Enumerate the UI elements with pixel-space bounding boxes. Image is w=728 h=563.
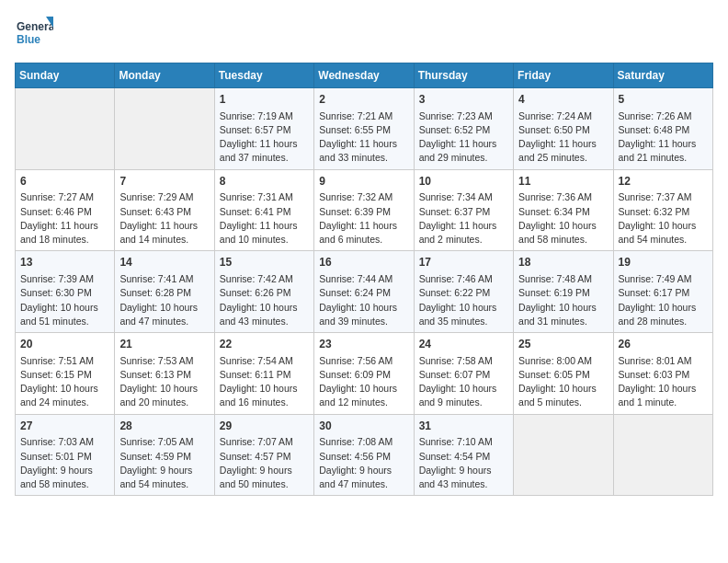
day-number: 7	[119, 174, 209, 190]
calendar-day-header: Sunday	[16, 63, 115, 88]
day-number: 31	[419, 419, 508, 434]
day-number: 10	[419, 174, 508, 190]
day-number: 20	[20, 337, 109, 352]
calendar-cell: 8Sunrise: 7:31 AM Sunset: 6:41 PM Daylig…	[214, 169, 313, 251]
day-info: Sunrise: 8:00 AM Sunset: 6:05 PM Dayligh…	[518, 354, 608, 410]
day-info: Sunrise: 7:19 AM Sunset: 6:57 PM Dayligh…	[220, 109, 309, 166]
day-number: 19	[619, 255, 708, 270]
calendar-day-header: Wednesday	[314, 63, 414, 88]
calendar-cell: 17Sunrise: 7:46 AM Sunset: 6:22 PM Dayli…	[414, 251, 513, 333]
day-info: Sunrise: 7:24 AM Sunset: 6:50 PM Dayligh…	[518, 109, 608, 166]
day-info: Sunrise: 7:05 AM Sunset: 4:59 PM Dayligh…	[119, 435, 209, 491]
day-number: 27	[20, 419, 109, 434]
day-info: Sunrise: 7:37 AM Sunset: 6:32 PM Dayligh…	[619, 190, 708, 247]
calendar-week-row: 13Sunrise: 7:39 AM Sunset: 6:30 PM Dayli…	[16, 251, 713, 333]
svg-text:Blue: Blue	[17, 33, 40, 46]
calendar-cell: 12Sunrise: 7:37 AM Sunset: 6:32 PM Dayli…	[613, 169, 712, 251]
calendar-cell: 13Sunrise: 7:39 AM Sunset: 6:30 PM Dayli…	[16, 251, 115, 333]
day-number: 13	[20, 255, 109, 270]
day-info: Sunrise: 7:41 AM Sunset: 6:28 PM Dayligh…	[119, 272, 209, 328]
day-number: 14	[119, 255, 209, 270]
day-info: Sunrise: 7:39 AM Sunset: 6:30 PM Dayligh…	[20, 272, 109, 328]
calendar-day-header: Friday	[514, 63, 613, 88]
day-info: Sunrise: 7:44 AM Sunset: 6:24 PM Dayligh…	[319, 272, 408, 328]
calendar-cell	[514, 414, 613, 496]
day-number: 12	[619, 174, 708, 190]
day-number: 30	[319, 419, 408, 434]
calendar-cell: 18Sunrise: 7:48 AM Sunset: 6:19 PM Dayli…	[514, 251, 613, 333]
day-number: 8	[220, 174, 309, 190]
day-info: Sunrise: 7:46 AM Sunset: 6:22 PM Dayligh…	[419, 272, 508, 328]
calendar-cell: 30Sunrise: 7:08 AM Sunset: 4:56 PM Dayli…	[314, 414, 414, 496]
calendar-week-row: 27Sunrise: 7:03 AM Sunset: 5:01 PM Dayli…	[16, 414, 713, 496]
svg-text:General: General	[17, 20, 53, 33]
calendar-cell: 15Sunrise: 7:42 AM Sunset: 6:26 PM Dayli…	[214, 251, 313, 333]
day-info: Sunrise: 7:23 AM Sunset: 6:52 PM Dayligh…	[419, 109, 508, 166]
day-info: Sunrise: 7:07 AM Sunset: 4:57 PM Dayligh…	[220, 435, 309, 491]
day-number: 11	[518, 174, 608, 190]
calendar-cell: 14Sunrise: 7:41 AM Sunset: 6:28 PM Dayli…	[115, 251, 214, 333]
day-info: Sunrise: 7:36 AM Sunset: 6:34 PM Dayligh…	[518, 190, 608, 247]
calendar-cell: 27Sunrise: 7:03 AM Sunset: 5:01 PM Dayli…	[16, 414, 115, 496]
calendar-day-header: Thursday	[414, 63, 513, 88]
calendar-cell: 3Sunrise: 7:23 AM Sunset: 6:52 PM Daylig…	[414, 88, 513, 170]
day-number: 18	[518, 255, 608, 270]
day-number: 23	[319, 337, 408, 352]
logo-icon: General Blue	[15, 15, 53, 53]
day-number: 17	[419, 255, 508, 270]
calendar-cell: 9Sunrise: 7:32 AM Sunset: 6:39 PM Daylig…	[314, 169, 414, 251]
day-number: 9	[319, 174, 408, 190]
calendar-cell: 4Sunrise: 7:24 AM Sunset: 6:50 PM Daylig…	[514, 88, 613, 170]
day-number: 15	[220, 255, 309, 270]
day-number: 5	[619, 92, 708, 108]
calendar-cell: 23Sunrise: 7:56 AM Sunset: 6:09 PM Dayli…	[314, 333, 414, 415]
calendar-cell: 28Sunrise: 7:05 AM Sunset: 4:59 PM Dayli…	[115, 414, 214, 496]
day-number: 29	[220, 419, 309, 434]
day-info: Sunrise: 7:03 AM Sunset: 5:01 PM Dayligh…	[20, 435, 109, 491]
calendar-cell	[16, 88, 115, 170]
calendar-day-header: Saturday	[613, 63, 712, 88]
day-info: Sunrise: 7:53 AM Sunset: 6:13 PM Dayligh…	[119, 354, 209, 410]
calendar-header-row: SundayMondayTuesdayWednesdayThursdayFrid…	[16, 63, 713, 88]
day-number: 1	[220, 92, 309, 108]
day-info: Sunrise: 7:58 AM Sunset: 6:07 PM Dayligh…	[419, 354, 508, 410]
day-number: 25	[518, 337, 608, 352]
calendar-cell: 22Sunrise: 7:54 AM Sunset: 6:11 PM Dayli…	[214, 333, 313, 415]
day-number: 3	[419, 92, 508, 108]
calendar-cell: 7Sunrise: 7:29 AM Sunset: 6:43 PM Daylig…	[115, 169, 214, 251]
calendar-cell: 19Sunrise: 7:49 AM Sunset: 6:17 PM Dayli…	[613, 251, 712, 333]
calendar-day-header: Monday	[115, 63, 214, 88]
day-number: 16	[319, 255, 408, 270]
calendar-cell: 26Sunrise: 8:01 AM Sunset: 6:03 PM Dayli…	[613, 333, 712, 415]
calendar-cell: 25Sunrise: 8:00 AM Sunset: 6:05 PM Dayli…	[514, 333, 613, 415]
calendar-cell: 11Sunrise: 7:36 AM Sunset: 6:34 PM Dayli…	[514, 169, 613, 251]
day-info: Sunrise: 8:01 AM Sunset: 6:03 PM Dayligh…	[619, 354, 708, 410]
day-number: 2	[319, 92, 408, 108]
day-info: Sunrise: 7:29 AM Sunset: 6:43 PM Dayligh…	[119, 190, 209, 247]
calendar-cell: 2Sunrise: 7:21 AM Sunset: 6:55 PM Daylig…	[314, 88, 414, 170]
calendar-cell: 10Sunrise: 7:34 AM Sunset: 6:37 PM Dayli…	[414, 169, 513, 251]
day-info: Sunrise: 7:42 AM Sunset: 6:26 PM Dayligh…	[220, 272, 309, 328]
day-number: 4	[518, 92, 608, 108]
calendar-cell	[115, 88, 214, 170]
calendar-cell: 31Sunrise: 7:10 AM Sunset: 4:54 PM Dayli…	[414, 414, 513, 496]
day-number: 24	[419, 337, 508, 352]
page-header: General Blue	[15, 15, 713, 53]
calendar-cell: 21Sunrise: 7:53 AM Sunset: 6:13 PM Dayli…	[115, 333, 214, 415]
day-info: Sunrise: 7:49 AM Sunset: 6:17 PM Dayligh…	[619, 272, 708, 328]
calendar-cell: 29Sunrise: 7:07 AM Sunset: 4:57 PM Dayli…	[214, 414, 313, 496]
day-info: Sunrise: 7:56 AM Sunset: 6:09 PM Dayligh…	[319, 354, 408, 410]
day-info: Sunrise: 7:10 AM Sunset: 4:54 PM Dayligh…	[419, 435, 508, 491]
day-info: Sunrise: 7:51 AM Sunset: 6:15 PM Dayligh…	[20, 354, 109, 410]
day-info: Sunrise: 7:54 AM Sunset: 6:11 PM Dayligh…	[220, 354, 309, 410]
day-number: 6	[20, 174, 109, 190]
calendar-cell: 5Sunrise: 7:26 AM Sunset: 6:48 PM Daylig…	[613, 88, 712, 170]
day-info: Sunrise: 7:08 AM Sunset: 4:56 PM Dayligh…	[319, 435, 408, 491]
day-number: 26	[619, 337, 708, 352]
day-info: Sunrise: 7:34 AM Sunset: 6:37 PM Dayligh…	[419, 190, 508, 247]
day-info: Sunrise: 7:27 AM Sunset: 6:46 PM Dayligh…	[20, 190, 109, 247]
calendar-cell: 20Sunrise: 7:51 AM Sunset: 6:15 PM Dayli…	[16, 333, 115, 415]
day-info: Sunrise: 7:26 AM Sunset: 6:48 PM Dayligh…	[619, 109, 708, 166]
calendar-table: SundayMondayTuesdayWednesdayThursdayFrid…	[15, 63, 713, 496]
day-number: 22	[220, 337, 309, 352]
